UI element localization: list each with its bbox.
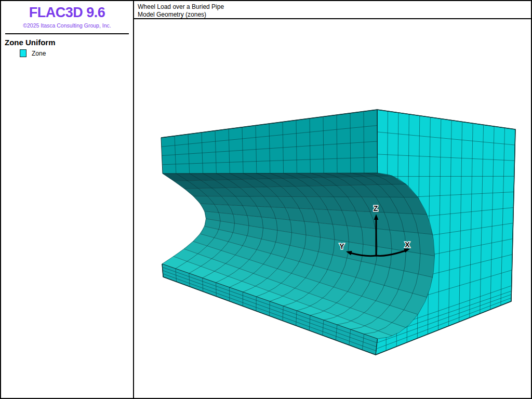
sidebar-divider [5,33,129,34]
sidebar: FLAC3D 9.6 ©2025 Itasca Consulting Group… [1,1,134,398]
legend-item-zone: Zone [20,49,133,57]
view-title-block: Wheel Load over a Buried Pipe Model Geom… [134,1,531,19]
soil-block-mesh [161,110,515,355]
model-viewport[interactable]: Z Y X [134,19,531,398]
app-logo: FLAC3D 9.6 [1,5,133,21]
axis-label-y: Y [339,242,344,250]
view-title-line2: Model Geometry (zones) [138,11,531,19]
plot-panel: Wheel Load over a Buried Pipe Model Geom… [134,1,531,398]
view-title-line1: Wheel Load over a Buried Pipe [138,3,531,11]
flac3d-window: FLAC3D 9.6 ©2025 Itasca Consulting Group… [0,0,532,399]
legend-item-label: Zone [32,50,46,57]
axis-label-x: X [405,241,410,249]
zone-geometry-plot[interactable]: Z Y X [134,19,531,398]
legend-title: Zone Uniform [5,38,133,47]
axis-label-z: Z [374,204,378,212]
zone-color-swatch [20,49,26,57]
legend: Zone Uniform Zone [1,38,133,57]
copyright-text: ©2025 Itasca Consulting Group, Inc. [1,22,133,29]
